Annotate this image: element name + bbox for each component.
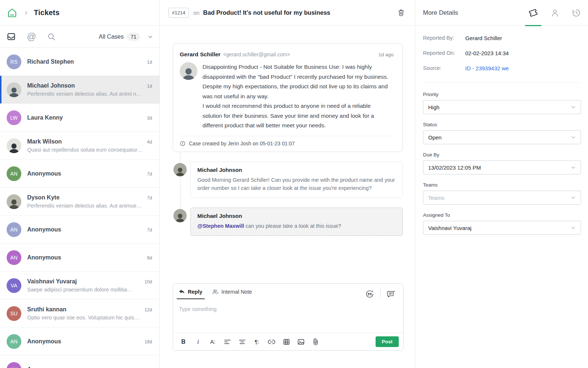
priority-select[interactable]: High (423, 100, 581, 114)
contact-name: Anonymous (27, 254, 144, 261)
reported-on-value: 02-02-2023 14:34 (465, 50, 509, 56)
ticket-list-item[interactable]: RS Richard Stephen 1d (0, 48, 159, 76)
ticket-age: 12d (144, 307, 152, 312)
avatar: AN (7, 334, 21, 349)
details-title: More Details (423, 9, 516, 17)
avatar: SU (7, 306, 21, 321)
people-icon (212, 289, 219, 295)
reply-arrow-icon (179, 289, 185, 294)
ticket-age: 10d (144, 279, 152, 284)
avatar (180, 62, 197, 80)
user-mention[interactable]: @Stephen Maxwill (197, 223, 244, 229)
list-filter-bar: @ All Cases 71 (0, 26, 159, 48)
chevron-down-icon (571, 135, 576, 140)
avatar (173, 209, 187, 222)
ticket-list-item-selected[interactable]: Michael Johnson 1d Perferendis veniam de… (0, 76, 159, 104)
message-sender: Gerard Schiller (180, 51, 220, 58)
ticket-list-item[interactable]: AN Anonymous 9d (0, 244, 159, 272)
home-icon[interactable] (7, 7, 18, 18)
case-filter-label[interactable]: All Cases (99, 33, 124, 40)
contact-name: Mark Wilson (27, 138, 144, 145)
avatar: RS (7, 54, 21, 69)
avatar (7, 82, 21, 97)
ticket-list-item[interactable]: AN Anonymous 7d (0, 216, 159, 244)
ticket-preview: Saepe adipisci praesentium dolore mollit… (27, 287, 144, 293)
ticket-age: 7d (147, 227, 152, 233)
ticket-age: 7d (147, 171, 152, 177)
ticket-list-item[interactable]: VA Vaishnavi Yuvaraj 10d Saepe adipisci … (0, 272, 159, 300)
reply-composer: Reply Internal Note (173, 283, 404, 351)
delete-ticket-icon[interactable] (398, 9, 405, 17)
ticket-list-item[interactable]: Dyson Kyte 7d Perferendis veniam delectu… (0, 188, 159, 216)
contact-name: Laura Kenny (27, 114, 144, 121)
chevron-down-icon (571, 105, 576, 110)
font-style-button[interactable]: A: (208, 337, 217, 346)
details-header: More Details (416, 0, 588, 26)
contact-name: Anonymous (27, 366, 141, 368)
avatar: VA (7, 278, 21, 293)
ticket-list-item[interactable]: LW Laura Kenny 3d (0, 104, 159, 132)
ticket-list-item[interactable]: AN Anonymous 18d (0, 328, 159, 355)
image-button[interactable] (297, 337, 305, 346)
contact-name: Anonymous (27, 170, 144, 177)
ticket-meta: Reported By: Gerard Schiller Reported On… (416, 26, 588, 82)
ticket-preview: Perferendis veniam delectus alias. Aut a… (27, 91, 144, 97)
ticket-preview: Perferendis veniam delectus alias. Aut a… (27, 203, 144, 209)
chevron-down-icon[interactable] (148, 34, 153, 39)
ticket-list-item[interactable]: AN Anonymous 20d (0, 355, 159, 368)
align-center-button[interactable] (238, 337, 247, 346)
align-left-button[interactable] (223, 337, 232, 346)
case-count-badge: 71 (127, 33, 140, 41)
contact-name: Vaishnavi Yuvaraj (27, 278, 141, 285)
canned-response-icon[interactable] (387, 290, 396, 298)
page-title: Tickets (34, 8, 60, 17)
tab-ticket-details[interactable] (528, 0, 538, 26)
reply-placeholder: Type something (179, 306, 216, 312)
reply-input[interactable]: Type something (173, 299, 403, 333)
search-icon[interactable] (47, 32, 56, 41)
tab-internal-note[interactable]: Internal Note (212, 289, 252, 299)
source-link[interactable]: ID - 23939432 we (465, 65, 509, 71)
breadcrumb: Tickets (0, 0, 159, 26)
message-sender-email: <gerard.schiller@gmail.com> (223, 52, 290, 57)
avatar (7, 194, 21, 209)
ticket-list: RS Richard Stephen 1d Michael Johnson 1d… (0, 48, 159, 368)
ticket-detail-pane: #1214 on Bad Product! It’s not useful fo… (160, 0, 415, 368)
paragraph-button[interactable]: ¶: (252, 337, 261, 346)
ticket-age: 7d (147, 195, 152, 201)
message-body: Disappointing Product - Not Suitable for… (202, 62, 394, 131)
mention-icon[interactable]: @ (27, 32, 36, 41)
tab-history[interactable] (572, 0, 581, 26)
tab-contact-details[interactable] (551, 0, 559, 26)
status-select[interactable]: Open (423, 130, 581, 144)
avatar: AN (7, 250, 21, 265)
post-button[interactable]: Post (376, 336, 399, 347)
case-created-note: Case created by Jerin Josh on 05-01-23 0… (180, 136, 394, 152)
ticket-age: 1d (147, 60, 152, 65)
ticket-list-item[interactable]: AN Anonymous 7d (0, 160, 159, 188)
ai-assistant-icon[interactable] (365, 289, 374, 299)
reply-body: Good Morning Gerard Schiller! Can you pr… (197, 176, 396, 192)
ticket-list-item[interactable]: SU Sruthi kannan 12d Optio vero quae ist… (0, 300, 159, 328)
link-button[interactable] (267, 337, 276, 346)
table-button[interactable] (282, 337, 291, 346)
italic-button[interactable]: i (194, 337, 202, 346)
chevron-right-icon (24, 10, 29, 15)
avatar: AN (7, 222, 21, 237)
ticket-list-item[interactable]: Mark Wilson 4d Quasi aut repellendus sol… (0, 132, 159, 160)
bold-button[interactable]: B (179, 337, 188, 346)
assigned-to-select[interactable]: Vaishnavi Yuvaraj (423, 221, 581, 235)
contact-name: Anonymous (27, 226, 144, 233)
ticket-age: 9d (147, 255, 152, 261)
ticket-header: #1214 on Bad Product! It’s not useful fo… (160, 0, 415, 26)
contact-name: Richard Stephen (27, 59, 144, 65)
chevron-down-icon (571, 195, 576, 200)
due-by-select[interactable]: 13/02/2023 12:05 PM (423, 160, 581, 174)
chevron-down-icon (571, 225, 576, 230)
inbox-icon[interactable] (7, 32, 16, 41)
info-icon (180, 141, 186, 146)
attachment-icon[interactable] (311, 337, 320, 346)
avatar (7, 138, 21, 153)
tab-reply[interactable]: Reply (179, 289, 202, 299)
teams-select[interactable]: Teams (423, 191, 581, 205)
